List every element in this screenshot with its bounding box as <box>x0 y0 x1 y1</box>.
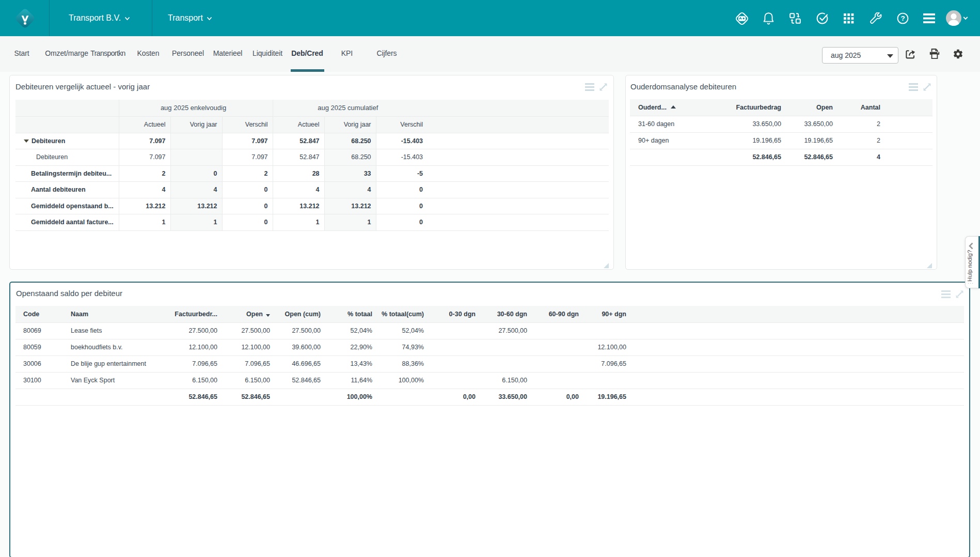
svg-text:?: ? <box>900 14 905 22</box>
